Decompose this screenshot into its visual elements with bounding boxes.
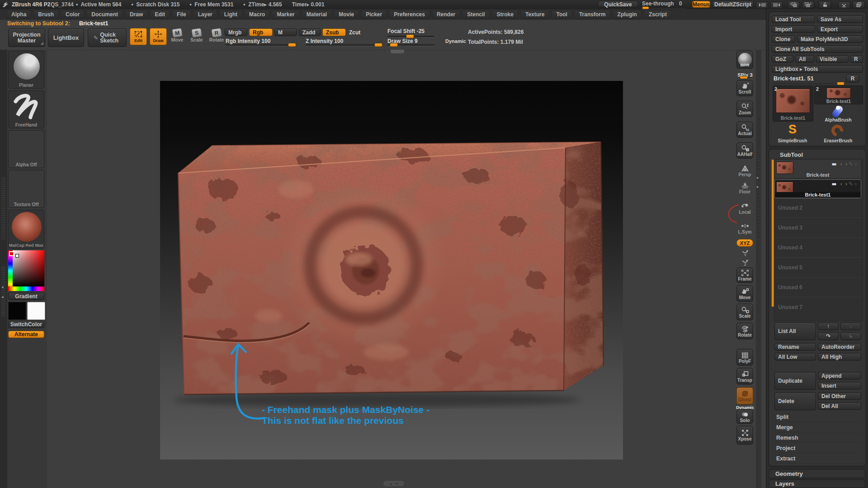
transp-button[interactable]: Transp [736, 368, 753, 385]
quick-sketch-button[interactable]: ✎ Quick Sketch [88, 28, 127, 47]
see-through-slider[interactable]: See-through 0 [642, 0, 687, 9]
window-prev-icon[interactable] [788, 1, 800, 9]
section-merge[interactable]: Merge [773, 423, 862, 432]
tray-expand-icon[interactable]: ▸ [757, 175, 759, 180]
menu-marker[interactable]: Marker [272, 10, 299, 19]
current-tool-thumbnail[interactable]: 2 Brick-test1 [773, 85, 813, 122]
dynamic-mode-label[interactable]: Dynamic [445, 38, 466, 44]
subtool-up-button[interactable]: ↑ [818, 322, 839, 330]
zsub-button[interactable]: Zsub [322, 28, 346, 36]
auto-reorder-button[interactable]: AutoReorder [818, 343, 861, 351]
z-intensity-knob[interactable] [374, 43, 382, 47]
menu-light[interactable]: Light [219, 10, 242, 19]
rgb-intensity-knob[interactable] [288, 43, 296, 47]
subtool-slot-unused-7[interactable]: Unused 7 [774, 297, 861, 317]
section-extract[interactable]: Extract [773, 454, 862, 464]
document-canvas[interactable]: - Freehand mask plus MaskByNoise - This … [160, 81, 623, 460]
subtool-slot-unused-2[interactable]: Unused 2 [774, 197, 861, 217]
subtool-slot-unused-4[interactable]: Unused 4 [774, 237, 861, 257]
lightbox-tools-button[interactable]: Lightbox ▸ Tools [772, 65, 863, 73]
menu-file[interactable]: File [172, 10, 191, 19]
scroll-button[interactable]: Scroll [736, 80, 753, 96]
xpose-button[interactable]: Xpose [736, 426, 753, 445]
menu-movie[interactable]: Movie [334, 10, 359, 19]
menu-stencil[interactable]: Stencil [462, 10, 490, 19]
recent-tool-brick-test1[interactable]: 2Brick-test1 [814, 85, 863, 104]
menu-brush[interactable]: Brush [33, 10, 59, 19]
rename-button[interactable]: Rename [774, 343, 816, 351]
subtool-visibility-icons[interactable]: ●● ◐◑✎○ [831, 161, 858, 167]
ghost-button[interactable]: Ghost [736, 387, 753, 404]
layers-palette-header[interactable]: Layers [769, 479, 865, 488]
left-tray-scrollbar[interactable]: ◂ ◂ [0, 50, 7, 488]
bpr-render-button[interactable]: BPR [736, 51, 753, 69]
section-split[interactable]: Split [773, 413, 862, 422]
color-picker[interactable] [8, 250, 44, 291]
menus-button[interactable]: Menus [692, 1, 710, 8]
current-stroke-thumbnail[interactable]: FreeHand [8, 90, 44, 128]
zadd-button[interactable]: Zadd [299, 28, 321, 36]
move-button[interactable]: Move [736, 285, 753, 302]
subtool-list-scrollbar[interactable] [772, 160, 774, 307]
zoom-button[interactable]: Zoom [736, 101, 753, 117]
switch-color-button[interactable]: SwitchColor [8, 321, 44, 328]
menu-zplugin[interactable]: Zplugin [613, 10, 642, 19]
make-polymesh3d-button[interactable]: Make PolyMesh3D [797, 35, 863, 43]
menu-tool[interactable]: Tool [551, 10, 572, 19]
gradient-button[interactable]: Gradient [8, 293, 44, 300]
current-brush-thumbnail[interactable]: Planar [8, 51, 44, 89]
restore-icon[interactable] [853, 1, 865, 9]
minimize-icon[interactable] [838, 1, 850, 9]
window-next-icon[interactable] [802, 1, 814, 9]
recent-tool-alphabrush[interactable]: AlphaBrush [814, 105, 862, 122]
current-alpha-thumbnail[interactable]: Alpha Off [8, 130, 44, 168]
subtool-slot-unused-6[interactable]: Unused 6 [774, 277, 861, 297]
subtool-move-down-hierarchy-button[interactable]: ↳ [840, 332, 861, 340]
duplicate-button[interactable]: Duplicate [774, 372, 816, 390]
alternate-button[interactable]: Alternate [8, 331, 44, 338]
goz-button[interactable]: GoZ [772, 55, 793, 63]
zcut-button[interactable]: Zcut [349, 29, 360, 36]
polyf-button[interactable]: PolyF [736, 349, 753, 366]
default-zscript-button[interactable]: DefaultZScript [712, 1, 754, 8]
all-low-button[interactable]: All Low [774, 353, 816, 361]
current-texture-thumbnail[interactable]: Texture Off [8, 170, 44, 208]
draw-size-knob[interactable] [390, 43, 398, 47]
main-color-swatch[interactable] [8, 302, 26, 320]
clone-all-subtools-button[interactable]: Clone All SubTools [772, 45, 863, 53]
section-remesh[interactable]: Remesh [773, 433, 862, 443]
aahalf-button[interactable]: AAHalf [736, 142, 753, 159]
subtool-row-brick-test1[interactable]: ●● ◐◑✎○Brick-test1 [774, 179, 861, 198]
save-as-button[interactable]: Save As [817, 15, 863, 23]
shelf-divider-handle[interactable] [391, 50, 404, 53]
lightbox-button[interactable]: LightBox [48, 28, 84, 47]
local-button[interactable]: Local [736, 201, 753, 216]
list-all-button[interactable]: List All [774, 322, 816, 340]
doc-next-icon[interactable] [770, 1, 783, 9]
tray-collapse-icon2[interactable]: ◂ [1, 295, 4, 299]
delete-button[interactable]: Delete [774, 392, 816, 410]
spix-knob[interactable] [740, 76, 748, 79]
doc-prev-icon[interactable] [756, 1, 768, 9]
scale-button[interactable]: Scale [736, 304, 753, 320]
lock-icon[interactable] [819, 1, 831, 9]
rotate-button[interactable]: Rotate [736, 323, 753, 339]
goz-all-button[interactable]: All [795, 55, 814, 63]
append-button[interactable]: Append [818, 372, 861, 380]
lsym-button[interactable]: L.Sym [736, 221, 753, 236]
subtool-slot-unused-5[interactable]: Unused 5 [774, 257, 861, 277]
frame-button[interactable]: Frame [736, 267, 753, 283]
geometry-palette-header[interactable]: Geometry [769, 469, 865, 478]
mrgb-button[interactable]: Mrgb [225, 28, 247, 36]
all-high-button[interactable]: All High [818, 353, 861, 361]
subtool-palette-title[interactable]: SubTool [780, 151, 803, 158]
menu-texture[interactable]: Texture [520, 10, 549, 19]
move-tool-button[interactable]: M Move [170, 29, 185, 42]
rgb-button[interactable]: Rgb [249, 28, 273, 36]
subtool-row-brick-test[interactable]: ●● ◐◑✎○Brick-test [774, 160, 861, 178]
subtool-slot-unused-3[interactable]: Unused 3 [774, 217, 861, 237]
section-project[interactable]: Project [773, 444, 862, 453]
menu-render[interactable]: Render [432, 10, 460, 19]
load-tool-button[interactable]: Load Tool [772, 15, 815, 23]
tool-slider-knob[interactable] [837, 82, 844, 85]
